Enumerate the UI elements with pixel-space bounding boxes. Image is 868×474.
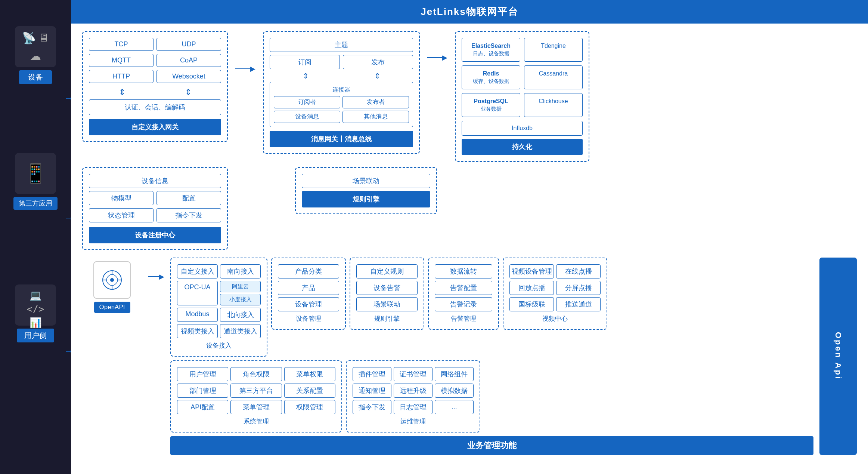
sidebar-section-third-party: 📱 第三方应用 [13, 153, 58, 210]
monitor-icon: 💻 [30, 290, 41, 301]
cloud-icon: ☁ [30, 49, 41, 62]
network-comp-btn: 网络组件 [435, 367, 474, 381]
video-center-box: 视频设备管理 在线点播 回放点播 分屏点播 国标级联 推送通道 视频中心 [503, 258, 607, 330]
menu-perm-btn: 菜单权限 [284, 367, 335, 381]
access-grid-1: 自定义接入 南向接入 [177, 264, 261, 278]
device-info-box: 设备信息 物模型 配置 状态管理 指令下发 设备注册中心 [82, 167, 228, 250]
auth-bar: 认证、会话、编解码 [89, 99, 221, 115]
gb-cascade-btn: 国标级联 [509, 297, 554, 311]
es-name: ElasticSearch [465, 42, 517, 50]
perm-mgmt-btn: 权限管理 [284, 400, 335, 414]
alarm-mgmt-box: 数据流转 告警配置 告警记录 告警管理 [428, 258, 499, 330]
cassandra-item: Cassandra [524, 65, 583, 89]
tcp-btn: TCP [89, 38, 154, 51]
diagram-area: TCP UDP MQTT CoAP HTTP Websocket ⇕ ⇕ 认证、… [71, 24, 868, 474]
arrow-right-2: ▶ [442, 53, 447, 62]
video-grid: 视频设备管理 在线点播 回放点播 分屏点播 国标级联 推送通道 [509, 264, 601, 311]
line-2 [427, 57, 442, 58]
openapi-arrow-right: ▶ [159, 273, 164, 281]
pubsub-arrows: ⇕ ⇕ [270, 71, 413, 80]
video-device-mgmt-btn: 视频设备管理 [509, 264, 554, 278]
tdengine-item: Tdengine [524, 38, 583, 62]
openapi-icon-box [93, 261, 131, 299]
arrow-up-down-1: ⇕ [119, 87, 125, 97]
role-perm-btn: 角色权限 [230, 367, 282, 381]
websocket-btn: Websocket [156, 70, 221, 83]
alarm-mgmt-title: 告警管理 [435, 314, 492, 323]
scene-linkage-box: 场景联动 规则引擎 [295, 167, 437, 214]
udp-btn: UDP [156, 38, 221, 51]
openapi-arrow: ▶ [148, 273, 164, 281]
mqtt-btn: MQTT [89, 54, 154, 67]
third-party-label: 第三方应用 [13, 197, 58, 210]
access-grid-2: OPC-UA 阿里云 小度接入 [177, 281, 261, 305]
main-container: 📡 🖥 ☁ 设备 → 📱 第三方应用 → 💻 </> 📊 用户侧 [0, 0, 868, 474]
arrow-up-down-2: ⇕ [185, 87, 192, 97]
product-btn: 产品 [278, 281, 339, 295]
scene-rule-box: 场景联动 规则引擎 [295, 167, 437, 214]
subscriber-btn: 订阅者 [274, 96, 340, 108]
device-mgmt-btn: 设备管理 [278, 297, 339, 311]
access-grid-3: Modbus 北向接入 [177, 308, 261, 322]
rule-engine-module-title: 规则引擎 [356, 314, 418, 323]
mobile-icon: 📱 [24, 163, 47, 184]
other-msg-btn: 其他消息 [342, 111, 409, 123]
cmd-send-btn: 指令下发 [156, 208, 221, 222]
arrow-right-1: ▶ [250, 65, 255, 73]
access-grid-4: 视频类接入 通道类接入 [177, 324, 261, 338]
message-bus-bar: 消息网关丨消息总线 [270, 131, 413, 147]
persist-grid: ElasticSearch 日志、设备数据 Tdengine Redis 缓存、… [462, 38, 583, 117]
sidebar-section-user: 💻 </> 📊 用户侧 [15, 284, 56, 342]
sub-arrow: ⇕ [303, 71, 309, 80]
code-icon: </> [27, 304, 44, 315]
user-label: 用户侧 [17, 329, 54, 342]
ops-mgmt-grid: 插件管理 证书管理 网络组件 通知管理 远程升级 模拟数据 指令下发 日志管理 … [353, 367, 474, 414]
aliyun-group: 阿里云 小度接入 [220, 281, 261, 305]
third-platform-btn: 第三方平台 [230, 384, 282, 398]
device-label: 设备 [19, 70, 52, 84]
redis-name: Redis [465, 70, 517, 78]
publish-btn: 发布 [343, 55, 413, 69]
connector-grid: 订阅者 发布者 设备消息 其他消息 [274, 96, 409, 123]
protocol-grid: TCP UDP MQTT CoAP HTTP Websocket [89, 38, 221, 83]
upper-row: TCP UDP MQTT CoAP HTTP Websocket ⇕ ⇕ 认证、… [82, 31, 857, 162]
es-desc: 日志、设备数据 [465, 50, 517, 58]
modules-row-1: 自定义接入 南向接入 OPC-UA 阿里云 小度接入 [170, 258, 813, 357]
device-mgmt-title: 设备管理 [278, 314, 339, 323]
pub-arrow: ⇕ [374, 71, 381, 80]
pub-sub-grid: 订阅 发布 [270, 55, 413, 69]
device-access-title: 设备接入 [177, 341, 261, 350]
line-1 [235, 68, 250, 69]
svg-point-1 [110, 278, 114, 282]
relation-config-btn: 关系配置 [284, 384, 335, 398]
persistence-bar: 持久化 [462, 139, 583, 155]
connector-section: 连接器 订阅者 发布者 设备消息 其他消息 [270, 82, 413, 127]
device-mgmt-box: 产品分类 产品 设备管理 设备管理 [271, 258, 346, 330]
influxdb-item: Influxdb [462, 121, 583, 136]
sys-mgmt-grid: 用户管理 角色权限 菜单权限 部门管理 第三方平台 关系配置 API配置 菜单管… [177, 367, 335, 414]
xiaodu-btn: 小度接入 [220, 294, 261, 305]
channel-access-btn: 通道类接入 [220, 324, 261, 338]
pg-desc: 业务数据 [465, 105, 517, 113]
coap-btn: CoAP [156, 54, 221, 67]
chart-icon: 📊 [30, 317, 41, 329]
elasticsearch-item: ElasticSearch 日志、设备数据 [462, 38, 520, 62]
online-stream-btn: 在线点播 [556, 264, 601, 278]
split-screen-btn: 分屏点播 [556, 281, 601, 295]
redis-desc: 缓存、设备数据 [465, 78, 517, 85]
openapi-section: OpenAPI [82, 258, 142, 313]
push-channel-btn: 推送通道 [556, 297, 601, 311]
device-info-title: 设备信息 [89, 174, 221, 188]
business-func-bar: 业务管理功能 [170, 436, 813, 455]
content-area: JetLinks物联网平台 TCP UDP MQTT CoAP HTTP Web… [71, 0, 868, 474]
user-icons-box: 💻 </> 📊 [15, 284, 56, 326]
rule-engine-items: 自定义规则 设备告警 场景联动 [356, 264, 418, 311]
clickhouse-item: Clickhouse [524, 93, 583, 117]
router-icon: 🖥 [38, 31, 49, 44]
third-party-icons-box: 📱 [15, 153, 56, 194]
gateway-box: TCP UDP MQTT CoAP HTTP Websocket ⇕ ⇕ 认证、… [82, 31, 228, 142]
modules-row-2: 用户管理 角色权限 菜单权限 部门管理 第三方平台 关系配置 API配置 菜单管… [170, 360, 813, 433]
video-center-title: 视频中心 [509, 314, 601, 323]
device-info-grid: 物模型 配置 状态管理 指令下发 [89, 191, 221, 222]
product-category-btn: 产品分类 [278, 264, 339, 278]
